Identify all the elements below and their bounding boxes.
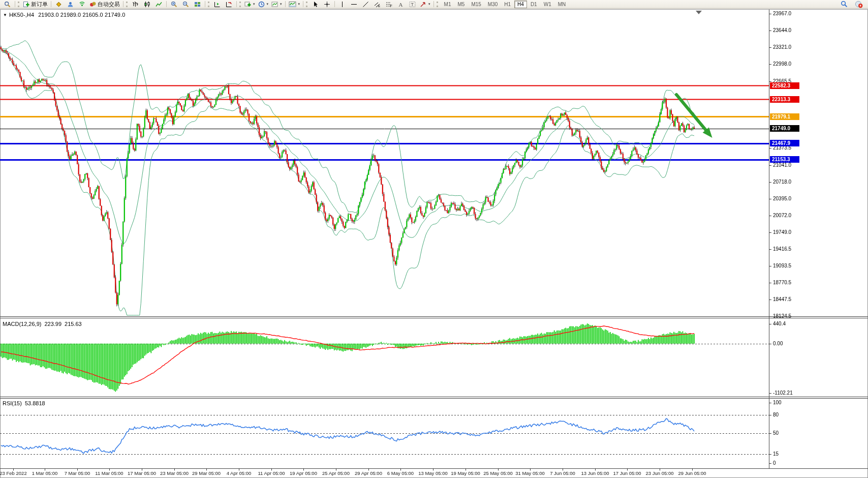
notifications-button[interactable]	[853, 0, 864, 9]
fibonacci-icon: F	[386, 1, 392, 8]
chart-shift-button[interactable]	[223, 0, 235, 9]
equidistant-channel-button[interactable]: E	[371, 0, 383, 9]
magnifier-button[interactable]	[2, 0, 13, 9]
dropdown-caret-icon: ▾	[267, 2, 269, 6]
separator	[51, 1, 51, 7]
timeframe-button-h4[interactable]: H4	[514, 1, 527, 8]
template-icon	[271, 1, 278, 8]
timeframe-button-m5[interactable]: M5	[454, 1, 468, 8]
horizontal-line-icon	[351, 1, 357, 8]
signals-button[interactable]	[76, 0, 88, 9]
auto-trading-icon	[89, 1, 96, 8]
history-center-button[interactable]	[53, 0, 65, 9]
dropdown-caret-icon: ▾	[428, 2, 430, 6]
search-icon	[841, 1, 848, 8]
toolbar-grip	[239, 2, 241, 7]
trendline-button[interactable]	[360, 0, 371, 9]
svg-text:T: T	[411, 2, 414, 7]
text-label-button[interactable]: T	[407, 0, 418, 9]
line-chart-icon	[156, 1, 162, 8]
toolbar-grip	[208, 2, 209, 7]
community-button[interactable]	[65, 0, 76, 9]
timeframe-button-m30[interactable]: M30	[485, 1, 501, 8]
zoom-in-icon	[171, 1, 177, 8]
toolbar: 新订单 自动交易 ▾ ▾ ▾ ▾ E F A T ▾ M1M5M15M30H1H…	[0, 0, 868, 9]
toolbar-grip	[437, 2, 438, 7]
zoom-out-button[interactable]	[180, 0, 192, 9]
horizontal-line-button[interactable]	[348, 0, 360, 9]
bar-chart-button[interactable]	[130, 0, 141, 9]
indicator-window-button[interactable]: ▾	[287, 0, 302, 9]
chart-canvas[interactable]	[0, 0, 868, 478]
chart-window: ▼HK50-,H421903.0 21989.0 21605.0 21749.0…	[0, 0, 868, 478]
magnifier-icon	[4, 1, 11, 8]
text-label-icon: T	[409, 1, 416, 8]
cursor-button[interactable]	[309, 0, 321, 9]
search-button[interactable]	[838, 0, 850, 9]
svg-text:F: F	[390, 4, 392, 8]
arrows-icon	[420, 1, 426, 8]
timeframe-button-d1[interactable]: D1	[528, 1, 540, 8]
separator	[15, 1, 15, 7]
separator	[205, 1, 205, 7]
zoom-in-button[interactable]	[168, 0, 180, 9]
add-indicator-button[interactable]: ▾	[243, 0, 257, 9]
chat-bubble-icon	[855, 1, 863, 8]
bar-chart-icon	[132, 1, 139, 8]
candlestick-chart-button[interactable]	[141, 0, 153, 9]
periods-button[interactable]: ▾	[257, 0, 270, 9]
templates-button[interactable]: ▾	[270, 0, 284, 9]
auto-scroll-icon	[214, 1, 221, 8]
timeframe-button-m1[interactable]: M1	[441, 1, 454, 8]
new-order-label: 新订单	[31, 1, 48, 8]
auto-scroll-button[interactable]	[211, 0, 223, 9]
channel-icon: E	[374, 1, 381, 8]
toolbar-right-group	[838, 0, 866, 9]
separator	[433, 1, 434, 7]
signal-icon	[79, 1, 85, 8]
separator	[285, 1, 286, 7]
dropdown-caret-icon: ▾	[253, 2, 255, 6]
separator	[166, 1, 167, 7]
candlestick-icon	[144, 1, 150, 8]
separator	[236, 1, 237, 7]
add-indicator-icon	[244, 1, 251, 8]
dropdown-caret-icon: ▾	[298, 2, 300, 6]
svg-text:E: E	[378, 5, 380, 8]
cursor-icon	[312, 1, 319, 8]
timeframe-button-h1[interactable]: H1	[501, 1, 514, 8]
timeframe-group: M1M5M15M30H1H4D1W1MN	[441, 1, 569, 8]
auto-trading-button[interactable]: 自动交易	[88, 0, 121, 9]
dropdown-caret-icon: ▾	[280, 2, 282, 6]
svg-text:A: A	[399, 2, 403, 8]
toolbar-grip	[18, 2, 19, 7]
auto-trading-label: 自动交易	[98, 1, 120, 8]
timeframe-button-w1[interactable]: W1	[541, 1, 554, 8]
vertical-line-button[interactable]	[336, 0, 348, 9]
new-order-button[interactable]: 新订单	[21, 0, 49, 9]
arrows-button[interactable]: ▾	[418, 0, 432, 9]
timeframe-button-m15[interactable]: M15	[468, 1, 484, 8]
vertical-line-icon	[339, 1, 346, 8]
new-order-icon	[23, 1, 29, 8]
text-icon: A	[397, 1, 404, 8]
toolbar-grip	[306, 2, 307, 7]
zoom-out-icon	[182, 1, 189, 8]
trendline-icon	[362, 1, 369, 8]
line-chart-button[interactable]	[153, 0, 165, 9]
text-button[interactable]: A	[395, 0, 407, 9]
separator	[303, 1, 303, 7]
separator	[334, 1, 335, 7]
chart-shift-icon	[226, 1, 232, 8]
timeframe-button-mn[interactable]: MN	[555, 1, 569, 8]
crosshair-icon	[324, 1, 330, 8]
clock-icon	[258, 1, 265, 8]
crosshair-button[interactable]	[321, 0, 333, 9]
indicator-window-icon	[289, 1, 296, 8]
toolbar-grip	[126, 2, 128, 7]
fibonacci-button[interactable]: F	[383, 0, 395, 9]
person-icon	[67, 1, 74, 8]
tile-windows-icon	[194, 1, 201, 8]
tile-windows-button[interactable]	[192, 0, 203, 9]
separator	[123, 1, 123, 7]
